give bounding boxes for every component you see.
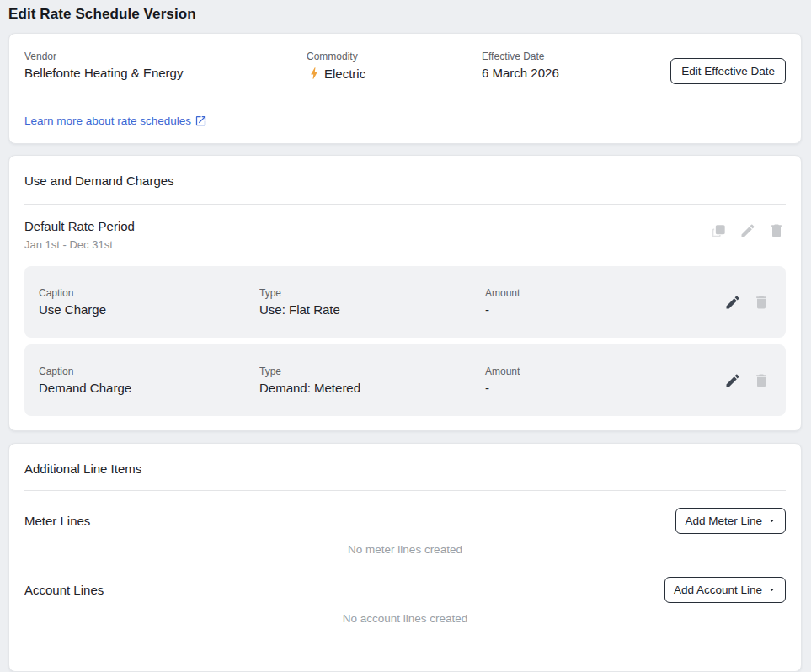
meter-lines-row: Meter Lines Add Meter Line <box>24 508 786 534</box>
trash-icon <box>752 372 771 389</box>
duplicate-rate-period-button[interactable] <box>710 221 728 240</box>
caption-label: Caption <box>39 365 259 377</box>
delete-charge-button[interactable] <box>752 293 771 312</box>
delete-charge-button[interactable] <box>752 371 771 390</box>
divider <box>24 204 786 205</box>
commodity-field: Commodity Electric <box>307 51 482 81</box>
learn-more-link[interactable]: Learn more about rate schedules <box>24 115 207 127</box>
charge-type: Demand: Metered <box>259 381 485 395</box>
charge-row-use: Caption Use Charge Type Use: Flat Rate A… <box>24 266 786 338</box>
info-fields-row: Vendor Bellefonte Heating & Energy Commo… <box>24 51 786 84</box>
pencil-icon <box>739 222 757 239</box>
rate-period-name: Default Rate Period <box>24 219 135 233</box>
rate-period-header: Default Rate Period Jan 1st - Dec 31st <box>24 219 786 251</box>
caret-down-icon <box>767 585 776 595</box>
edit-effective-date-button[interactable]: Edit Effective Date <box>670 58 786 84</box>
add-account-line-button[interactable]: Add Account Line <box>664 577 786 603</box>
meter-lines-heading: Meter Lines <box>24 514 90 528</box>
copy-icon <box>710 222 728 239</box>
charge-caption: Demand Charge <box>39 381 259 395</box>
charges-card-title: Use and Demand Charges <box>24 173 786 189</box>
type-label: Type <box>259 287 485 299</box>
add-meter-line-label: Add Meter Line <box>685 514 762 528</box>
pencil-icon <box>723 372 742 389</box>
page-title: Edit Rate Schedule Version <box>0 0 811 23</box>
edit-rate-period-button[interactable] <box>739 221 757 240</box>
edit-charge-button[interactable] <box>723 293 742 312</box>
vendor-label: Vendor <box>24 51 307 62</box>
account-lines-empty-state: No account lines created <box>24 611 786 626</box>
amount-label: Amount <box>485 365 723 377</box>
commodity-value: Electric <box>324 67 365 81</box>
effective-date-value: 6 March 2026 <box>482 66 670 80</box>
effective-date-field: Effective Date 6 March 2026 <box>482 51 670 80</box>
account-lines-row: Account Lines Add Account Line <box>24 577 786 603</box>
charge-type: Use: Flat Rate <box>259 302 485 317</box>
caret-down-icon <box>767 516 776 525</box>
amount-label: Amount <box>485 287 723 299</box>
pencil-icon <box>723 294 742 311</box>
caption-label: Caption <box>39 287 259 299</box>
meter-lines-empty-state: No meter lines created <box>24 542 786 557</box>
additional-line-items-card: Additional Line Items Meter Lines Add Me… <box>8 443 802 672</box>
divider <box>24 490 786 491</box>
type-label: Type <box>259 365 485 377</box>
delete-rate-period-button[interactable] <box>767 221 786 240</box>
trash-icon <box>752 294 771 311</box>
charge-amount: - <box>485 302 723 317</box>
add-account-line-label: Add Account Line <box>674 583 762 597</box>
commodity-label: Commodity <box>307 51 482 62</box>
rate-period-range: Jan 1st - Dec 31st <box>24 238 135 251</box>
effective-date-label: Effective Date <box>482 51 670 62</box>
charge-row-demand: Caption Demand Charge Type Demand: Meter… <box>24 344 786 416</box>
external-link-icon <box>195 115 207 127</box>
edit-charge-button[interactable] <box>723 371 742 390</box>
charge-amount: - <box>485 381 723 395</box>
line-items-card-title: Additional Line Items <box>24 461 786 477</box>
use-and-demand-charges-card: Use and Demand Charges Default Rate Peri… <box>8 155 802 431</box>
account-lines-heading: Account Lines <box>24 583 104 597</box>
vendor-field: Vendor Bellefonte Heating & Energy <box>24 51 307 80</box>
add-meter-line-button[interactable]: Add Meter Line <box>675 508 786 534</box>
learn-more-label: Learn more about rate schedules <box>24 115 191 127</box>
lightning-bolt-icon <box>307 66 322 81</box>
rate-schedule-info-card: Vendor Bellefonte Heating & Energy Commo… <box>8 33 802 144</box>
charge-caption: Use Charge <box>39 302 259 317</box>
vendor-value: Bellefonte Heating & Energy <box>24 66 307 80</box>
trash-icon <box>767 222 786 239</box>
